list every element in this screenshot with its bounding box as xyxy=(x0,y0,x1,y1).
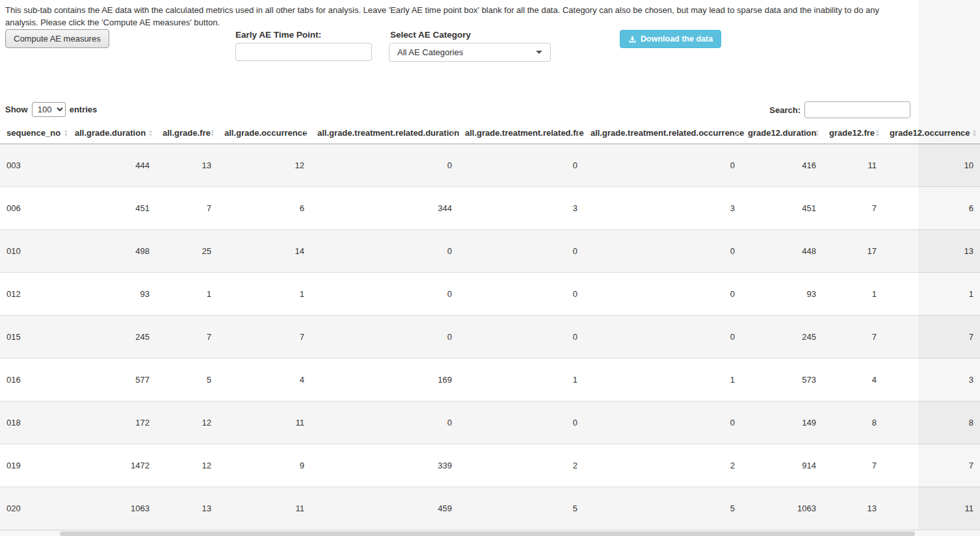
cell-value: 4 xyxy=(218,358,311,401)
column-header-all-grade-treatment-related-fre[interactable]: all.grade.treatment.related.fre▲▼ xyxy=(458,123,584,144)
table-row: 00344413120004161110 xyxy=(0,144,980,186)
cell-value: 11 xyxy=(218,401,311,444)
cell-value: 3 xyxy=(458,186,584,229)
download-icon xyxy=(628,35,637,44)
early-ae-time-point-input[interactable] xyxy=(235,43,372,61)
cell-sequence-no: 015 xyxy=(0,315,68,358)
cell-value: 498 xyxy=(68,229,156,272)
cell-value: 12 xyxy=(156,444,218,487)
cell-value: 0 xyxy=(584,272,741,315)
cell-value: 0 xyxy=(458,272,584,315)
description-text: This sub-tab contains the AE data with t… xyxy=(5,4,914,29)
sort-icon: ▲▼ xyxy=(148,129,153,137)
sort-icon: ▲▼ xyxy=(734,129,738,137)
column-header-label: sequence_no xyxy=(7,128,60,138)
cell-value: 10 xyxy=(883,144,980,186)
cell-value: 0 xyxy=(584,401,741,444)
sort-icon: ▲▼ xyxy=(303,129,308,137)
download-data-button[interactable]: Download the data xyxy=(620,30,721,48)
column-header-grade12-fre[interactable]: grade12.fre▲▼ xyxy=(823,123,883,144)
cell-value: 573 xyxy=(741,358,823,401)
sort-icon: ▲▼ xyxy=(576,129,581,137)
ae-category-dropdown[interactable]: All AE Categories xyxy=(389,43,551,62)
column-header-all-grade-treatment-related-duration[interactable]: all.grade.treatment.related.duration▲▼ xyxy=(311,123,458,144)
column-header-sequence_no[interactable]: sequence_no▲▼ xyxy=(0,123,68,144)
column-header-all-grade-fre[interactable]: all.grade.fre▲▼ xyxy=(156,123,218,144)
cell-value: 0 xyxy=(584,315,741,358)
compute-ae-measures-button[interactable]: Compute AE measures xyxy=(5,29,109,48)
cell-value: 25 xyxy=(156,229,218,272)
cell-value: 7 xyxy=(823,315,883,358)
chevron-down-icon xyxy=(536,51,542,54)
table-row: 020106313114595510631311 xyxy=(0,487,980,530)
cell-value: 13 xyxy=(156,487,218,530)
horizontal-scrollbar-track[interactable] xyxy=(0,530,918,536)
ae-measures-subtab: This sub-tab contains the AE data with t… xyxy=(0,0,980,536)
ae-data-table: sequence_no▲▼all.grade.duration▲▼all.gra… xyxy=(0,123,980,530)
column-header-label: grade12.fre xyxy=(829,128,875,138)
cell-value: 5 xyxy=(584,487,741,530)
table-row: 016577541691157343 xyxy=(0,358,980,401)
table-row: 006451763443345176 xyxy=(0,186,980,229)
search-label: Search: xyxy=(769,105,801,115)
cell-value: 1 xyxy=(823,272,883,315)
table-row: 0152457700024577 xyxy=(0,315,980,358)
cell-value: 1063 xyxy=(741,487,823,530)
page-length-select[interactable]: 100 xyxy=(32,102,66,117)
cell-value: 0 xyxy=(458,401,584,444)
cell-value: 3 xyxy=(883,358,980,401)
column-header-all-grade-occurrence[interactable]: all.grade.occurrence▲▼ xyxy=(218,123,311,144)
cell-sequence-no: 012 xyxy=(0,272,68,315)
cell-value: 344 xyxy=(311,186,458,229)
column-header-label: all.grade.occurrence xyxy=(224,128,307,138)
cell-value: 8 xyxy=(883,401,980,444)
cell-value: 4 xyxy=(823,358,883,401)
cell-value: 11 xyxy=(883,487,980,530)
cell-value: 0 xyxy=(458,315,584,358)
cell-value: 17 xyxy=(823,229,883,272)
table-row: 01914721293392291477 xyxy=(0,444,980,487)
cell-value: 7 xyxy=(883,444,980,487)
column-header-all-grade-treatment-related-occurrence[interactable]: all.grade.treatment.related.occurrence▲▼ xyxy=(584,123,741,144)
cell-value: 0 xyxy=(311,144,458,186)
cell-value: 0 xyxy=(458,229,584,272)
sort-icon: ▲▼ xyxy=(815,129,819,137)
early-ae-time-point-label: Early AE Time Point: xyxy=(235,30,321,40)
sort-icon: ▲▼ xyxy=(875,129,880,137)
select-ae-category-label: Select AE Category xyxy=(390,30,471,40)
cell-value: 11 xyxy=(218,487,311,530)
cell-value: 9 xyxy=(218,444,311,487)
column-header-grade12-occurrence[interactable]: grade12.occurrence▲▼ xyxy=(883,123,980,144)
cell-value: 1472 xyxy=(68,444,156,487)
cell-value: 12 xyxy=(156,401,218,444)
cell-value: 6 xyxy=(883,186,980,229)
cell-value: 7 xyxy=(156,315,218,358)
horizontal-scrollbar-thumb[interactable] xyxy=(60,531,915,536)
cell-value: 0 xyxy=(311,272,458,315)
cell-sequence-no: 018 xyxy=(0,401,68,444)
show-label: Show xyxy=(5,105,28,114)
column-header-label: all.grade.duration xyxy=(75,128,146,138)
ae-category-selected-value: All AE Categories xyxy=(397,47,531,57)
search-input[interactable] xyxy=(804,101,910,118)
cell-value: 7 xyxy=(218,315,311,358)
cell-value: 13 xyxy=(156,144,218,186)
cell-value: 7 xyxy=(823,186,883,229)
column-header-label: all.grade.treatment.related.fre xyxy=(465,128,584,138)
column-header-all-grade-duration[interactable]: all.grade.duration▲▼ xyxy=(68,123,156,144)
cell-sequence-no: 016 xyxy=(0,358,68,401)
cell-value: 5 xyxy=(156,358,218,401)
cell-sequence-no: 020 xyxy=(0,487,68,530)
cell-value: 6 xyxy=(218,186,311,229)
cell-value: 2 xyxy=(584,444,741,487)
cell-value: 8 xyxy=(823,401,883,444)
cell-value: 149 xyxy=(741,401,823,444)
cell-sequence-no: 003 xyxy=(0,144,68,186)
table-body: 0034441312000416111000645176344334517601… xyxy=(0,144,980,530)
column-header-label: grade12.occurrence xyxy=(890,128,970,138)
cell-value: 93 xyxy=(68,272,156,315)
cell-value: 245 xyxy=(68,315,156,358)
cell-value: 448 xyxy=(741,229,823,272)
cell-value: 0 xyxy=(458,144,584,186)
column-header-grade12-duration[interactable]: grade12.duration▲▼ xyxy=(741,123,823,144)
